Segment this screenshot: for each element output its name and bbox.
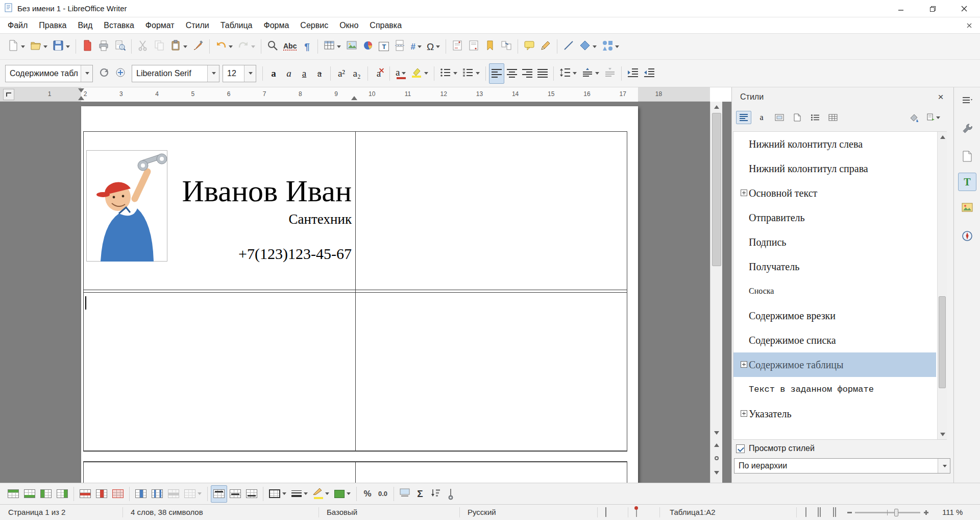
insert-endnote-button[interactable]	[465, 36, 482, 57]
font-size-combo[interactable]: 12	[223, 65, 256, 82]
menu-form[interactable]: Форма	[258, 17, 295, 34]
zoom-slider-thumb[interactable]	[894, 509, 898, 516]
superscript-button[interactable]: а²	[334, 63, 349, 84]
insert-caption-button[interactable]	[397, 485, 412, 503]
selection-mode-indicator[interactable]	[605, 505, 606, 520]
delete-row-button[interactable]	[77, 485, 93, 503]
sidebar-gallery-tab[interactable]	[958, 198, 976, 217]
special-character-button[interactable]: Ω	[424, 36, 443, 57]
new-style-button[interactable]	[112, 63, 129, 84]
new-document-button[interactable]	[5, 36, 28, 57]
plumber-clipart[interactable]	[86, 150, 167, 264]
style-item[interactable]: Текст в заданном формате	[733, 377, 936, 401]
font-color-button[interactable]: а	[393, 63, 408, 84]
table-styles-tab[interactable]	[825, 111, 841, 124]
close-button[interactable]	[948, 0, 980, 17]
strikethrough-button[interactable]: а	[312, 63, 327, 84]
optimize-size-button[interactable]	[182, 485, 204, 503]
tab-stop-selector[interactable]	[3, 89, 14, 100]
frame-styles-tab[interactable]	[772, 111, 787, 124]
zoom-level[interactable]: 111 %	[942, 505, 963, 520]
fill-format-mode-button[interactable]	[906, 111, 922, 124]
align-top-button[interactable]	[211, 485, 227, 503]
insert-line-button[interactable]	[560, 36, 577, 57]
insert-textbox-button[interactable]: T	[376, 36, 391, 57]
style-item[interactable]: Получатель	[733, 254, 936, 279]
justify-button[interactable]	[535, 63, 550, 84]
redo-button[interactable]	[235, 36, 258, 57]
formatting-marks-button[interactable]: ¶	[299, 36, 314, 57]
delete-column-button[interactable]	[93, 485, 110, 503]
combo-dropdown-button[interactable]	[244, 65, 256, 82]
menu-file[interactable]: Файл	[2, 17, 33, 34]
clear-formatting-button[interactable]: а	[371, 63, 386, 84]
track-changes-button[interactable]	[537, 36, 554, 57]
split-cells-button[interactable]	[149, 485, 165, 503]
sidebar-properties-tab[interactable]	[958, 120, 976, 138]
sort-button[interactable]	[428, 485, 443, 503]
align-right-button[interactable]	[520, 63, 535, 84]
split-table-button[interactable]	[165, 485, 182, 503]
print-preview-button[interactable]	[112, 36, 128, 57]
scrollbar-thumb[interactable]	[712, 113, 721, 266]
status-word-count[interactable]: 4 слов, 38 символов	[131, 505, 203, 520]
bold-button[interactable]: а	[266, 63, 281, 84]
sidebar-settings-button[interactable]	[958, 91, 976, 109]
style-filter-combo[interactable]: По иерархии	[734, 458, 950, 474]
style-item[interactable]: Сноска	[733, 279, 936, 303]
bullets-button[interactable]	[437, 63, 460, 84]
insert-comment-button[interactable]	[521, 36, 537, 57]
combo-dropdown-button[interactable]	[207, 65, 219, 82]
open-button[interactable]	[28, 36, 50, 57]
combo-dropdown-button[interactable]	[81, 65, 92, 82]
ruler-first-line-indent-marker[interactable]	[78, 88, 84, 92]
style-list-scrollbar[interactable]	[937, 132, 947, 439]
view-layout-multi-button[interactable]	[818, 505, 819, 520]
cross-reference-button[interactable]	[498, 36, 514, 57]
numbering-button[interactable]	[460, 63, 482, 84]
checkbox-checked-icon[interactable]	[736, 444, 745, 453]
clone-formatting-button[interactable]	[190, 36, 206, 57]
insert-image-button[interactable]	[344, 36, 360, 57]
panel-close-button[interactable]: ×	[935, 91, 946, 103]
scroll-up-button[interactable]	[710, 102, 723, 112]
character-styles-tab[interactable]: а	[754, 111, 769, 124]
decrease-indent-button[interactable]	[641, 63, 657, 84]
menu-tools[interactable]: Сервис	[295, 17, 334, 34]
number-format-percent-button[interactable]: %	[360, 485, 375, 503]
style-item[interactable]: Основной текст	[733, 181, 936, 205]
basic-shapes-button[interactable]	[577, 36, 599, 57]
table-properties-button[interactable]	[443, 485, 458, 503]
columns-left-button[interactable]	[38, 485, 54, 503]
ruler-right-indent-marker[interactable]	[351, 96, 357, 100]
find-replace-button[interactable]	[264, 36, 281, 57]
status-page-info[interactable]: Страница 1 из 2	[8, 505, 65, 520]
style-item[interactable]: Нижний колонтитул слева	[733, 132, 936, 156]
combo-dropdown-button[interactable]	[938, 459, 950, 473]
symbol-shapes-button[interactable]	[599, 36, 622, 57]
font-name-combo[interactable]: Liberation Serif	[132, 65, 219, 82]
borders-button[interactable]	[266, 485, 289, 503]
next-page-button[interactable]	[710, 467, 723, 478]
status-page-style[interactable]: Базовый	[327, 505, 357, 520]
close-document-button[interactable]	[963, 17, 976, 34]
style-item[interactable]: Подпись	[733, 230, 936, 254]
style-item[interactable]: Отправитель	[733, 205, 936, 230]
align-center-button[interactable]	[504, 63, 520, 84]
expand-icon[interactable]	[741, 361, 747, 368]
page-break-button[interactable]	[391, 36, 408, 57]
menu-edit[interactable]: Правка	[33, 17, 72, 34]
columns-right-button[interactable]	[54, 485, 70, 503]
sum-button[interactable]: Σ	[412, 485, 428, 503]
list-styles-tab[interactable]	[807, 111, 823, 124]
zoom-in-button[interactable]	[924, 512, 928, 513]
scroll-down-button[interactable]	[710, 428, 723, 438]
sidebar-page-tab[interactable]	[958, 147, 976, 166]
highlight-color-button[interactable]	[408, 63, 431, 84]
style-item[interactable]: Указатель	[733, 401, 936, 426]
status-table-cell[interactable]: Таблица1:A2	[670, 505, 716, 520]
delete-table-button[interactable]	[110, 485, 126, 503]
align-center-vertical-button[interactable]	[227, 485, 243, 503]
card-name[interactable]: Иванов Иван	[182, 174, 352, 209]
update-style-button[interactable]	[96, 63, 112, 84]
